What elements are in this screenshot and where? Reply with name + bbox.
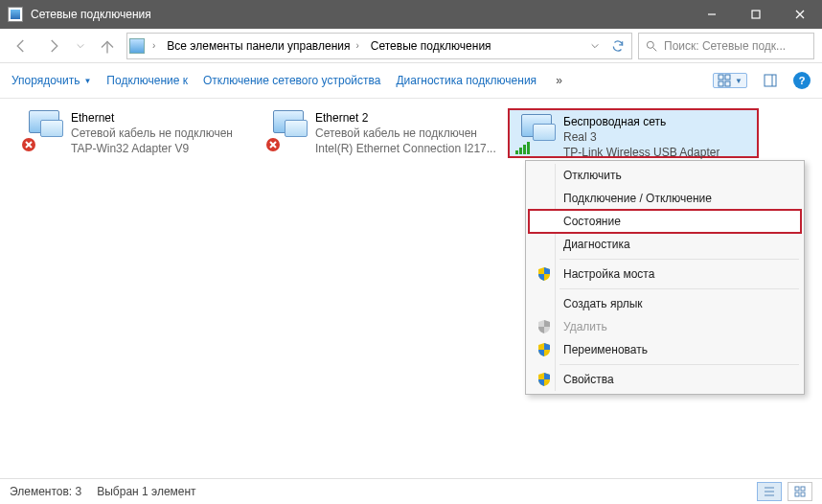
- view-details-button[interactable]: [757, 482, 782, 501]
- toolbar: Упорядочить▼ Подключение к Отключение се…: [0, 63, 822, 99]
- menu-delete: Удалить: [529, 315, 801, 338]
- chevron-right-icon: ›: [355, 40, 358, 51]
- view-large-icons-button[interactable]: [788, 482, 812, 501]
- status-selection: Выбран 1 элемент: [97, 485, 195, 498]
- chevron-right-icon: ›: [152, 40, 155, 51]
- preview-pane-button[interactable]: [759, 73, 782, 88]
- menu-properties[interactable]: Свойства: [529, 368, 801, 391]
- breadcrumb-network-connections[interactable]: Сетевые подключения: [367, 34, 495, 58]
- menu-bridge[interactable]: Настройка моста: [529, 263, 801, 286]
- menu-status[interactable]: Состояние: [529, 210, 801, 233]
- preview-pane-icon: [764, 74, 777, 87]
- minimize-button[interactable]: [690, 0, 734, 29]
- adapter-status: Сетевой кабель не подключен: [315, 126, 496, 141]
- breadcrumb-all-control[interactable]: Все элементы панели управления ›: [163, 34, 362, 58]
- breadcrumb-level-up[interactable]: ›: [148, 34, 159, 58]
- location-icon: [129, 38, 145, 54]
- chevron-down-icon: ▼: [735, 77, 742, 85]
- network-adapter-icon: [267, 110, 308, 150]
- disconnected-icon: [265, 137, 281, 152]
- svg-rect-25: [801, 493, 805, 496]
- toolbar-overflow[interactable]: »: [552, 74, 566, 87]
- uac-shield-icon: [537, 342, 552, 357]
- svg-rect-22: [795, 487, 799, 491]
- svg-rect-1: [752, 11, 760, 18]
- search-placeholder: Поиск: Сетевые подк...: [664, 39, 786, 53]
- back-button[interactable]: [8, 33, 34, 59]
- content-area: Ethernet Сетевой кабель не подключен TAP…: [0, 99, 822, 478]
- titlebar: Сетевые подключения: [0, 0, 822, 29]
- menu-create-shortcut[interactable]: Создать ярлык: [529, 292, 801, 315]
- svg-point-5: [647, 41, 653, 48]
- close-button[interactable]: [778, 0, 822, 29]
- menu-diagnose[interactable]: Диагностика: [529, 233, 801, 256]
- adapter-status: Сетевой кабель не подключен: [71, 126, 233, 141]
- network-adapter-icon: [515, 114, 556, 154]
- connect-to-button[interactable]: Подключение к: [106, 74, 188, 87]
- disconnected-icon: [21, 137, 36, 152]
- menu-connect-disconnect[interactable]: Подключение / Отключение: [529, 187, 801, 210]
- status-count: Элементов: 3: [10, 485, 81, 498]
- svg-rect-8: [725, 75, 730, 80]
- uac-shield-icon: [537, 266, 552, 282]
- recent-dropdown[interactable]: [73, 33, 88, 59]
- forward-button[interactable]: [40, 33, 67, 59]
- refresh-button[interactable]: [606, 34, 629, 57]
- menu-separator: [559, 259, 799, 260]
- adapter-device: Intel(R) Ethernet Connection I217...: [315, 141, 496, 156]
- window-buttons: [690, 0, 822, 29]
- network-connections-window: Сетевые подключения › Все элементы панел…: [0, 0, 822, 504]
- breadcrumb-label: Сетевые подключения: [371, 39, 491, 53]
- adapter-device: TP-Link Wireless USB Adapter: [563, 145, 719, 160]
- help-button[interactable]: ?: [793, 72, 811, 89]
- up-button[interactable]: [94, 33, 121, 59]
- menu-separator: [559, 288, 799, 289]
- svg-rect-10: [725, 81, 730, 86]
- svg-rect-11: [765, 75, 776, 86]
- address-box[interactable]: › Все элементы панели управления › Сетев…: [126, 33, 632, 59]
- adapter-status: Real 3: [563, 129, 719, 145]
- window-title: Сетевые подключения: [31, 8, 690, 21]
- disable-device-button[interactable]: Отключение сетевого устройства: [203, 74, 380, 87]
- chevron-down-icon: ▼: [83, 77, 91, 85]
- svg-rect-9: [719, 81, 723, 86]
- menu-separator: [559, 364, 799, 365]
- adapter-name: Беспроводная сеть: [563, 114, 719, 129]
- view-tiles-icon: [718, 74, 731, 87]
- network-adapter-icon: [23, 110, 63, 150]
- adapter-ethernet[interactable]: Ethernet Сетевой кабель не подключен TAP…: [19, 108, 259, 154]
- view-mode-button[interactable]: ▼: [713, 73, 747, 88]
- address-dropdown[interactable]: [585, 34, 605, 57]
- search-icon: [645, 39, 658, 53]
- signal-strength-icon: [515, 141, 533, 154]
- organize-menu[interactable]: Упорядочить▼: [11, 74, 91, 87]
- context-menu: Отключить Подключение / Отключение Состо…: [525, 160, 805, 395]
- menu-disable[interactable]: Отключить: [529, 164, 801, 187]
- svg-rect-23: [801, 487, 805, 491]
- network-connections-icon: [8, 7, 23, 22]
- adapter-ethernet2[interactable]: Ethernet 2 Сетевой кабель не подключен I…: [263, 108, 503, 154]
- adapter-name: Ethernet: [71, 110, 233, 126]
- address-row: › Все элементы панели управления › Сетев…: [0, 29, 822, 63]
- uac-shield-icon: [537, 372, 552, 387]
- menu-rename[interactable]: Переименовать: [529, 338, 801, 361]
- search-box[interactable]: Поиск: Сетевые подк...: [638, 33, 814, 59]
- adapter-wireless[interactable]: Беспроводная сеть Real 3 TP-Link Wireles…: [508, 108, 759, 158]
- adapter-name: Ethernet 2: [315, 110, 496, 126]
- svg-line-6: [653, 47, 657, 51]
- svg-rect-24: [795, 493, 799, 496]
- maximize-button[interactable]: [734, 0, 778, 29]
- adapter-device: TAP-Win32 Adapter V9: [71, 141, 233, 156]
- breadcrumb-label: Все элементы панели управления: [167, 39, 350, 53]
- uac-shield-icon: [537, 319, 552, 334]
- diagnose-button[interactable]: Диагностика подключения: [396, 74, 537, 87]
- svg-rect-7: [719, 75, 723, 80]
- status-bar: Элементов: 3 Выбран 1 элемент: [0, 478, 822, 504]
